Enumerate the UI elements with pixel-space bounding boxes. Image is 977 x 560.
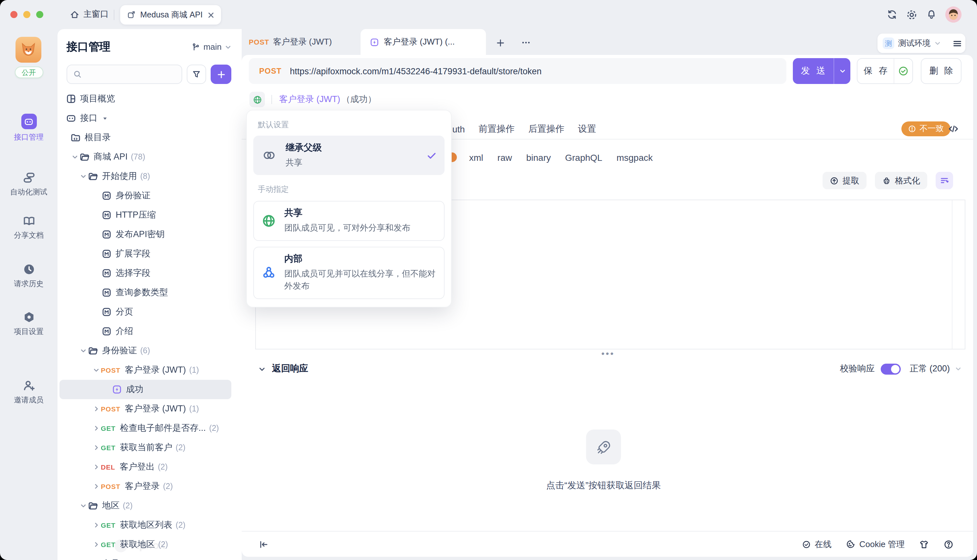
doc-tab-active[interactable]: 客户登录 (JWT) (... [360,29,486,55]
chevron-right-icon[interactable] [92,444,101,451]
config-tab[interactable]: uth [452,124,465,134]
environment-menu-button[interactable] [946,38,968,48]
tree-item-api[interactable]: POST客户登录 (JWT)(1) [60,360,231,380]
tree-item-root[interactable]: 根目录 [60,128,231,147]
chevron-down-icon[interactable] [79,347,88,354]
close-window-button[interactable] [10,11,17,18]
body-type-option[interactable]: GraphQL [565,152,602,162]
save-button[interactable]: 保 存 [857,58,913,84]
tree-item-api[interactable]: POST客户登录(2) [60,477,231,496]
tree-item-folder[interactable]: 商城 API(78) [60,147,231,167]
validate-response-toggle[interactable] [880,363,900,374]
settings-gear-icon[interactable] [906,9,917,20]
body-type-option[interactable]: xml [469,152,483,162]
rail-item-automated-testing[interactable]: 自动化测试 [0,171,58,197]
tree-item-doc[interactable]: 查询参数类型 [60,283,231,302]
cookie-manager[interactable]: Cookie 管理 [846,538,905,550]
tree-item-api[interactable]: GET获取地区(2) [60,535,231,554]
notifications-bell-icon[interactable] [926,9,937,20]
minimize-window-button[interactable] [23,11,30,18]
config-tab[interactable]: 前置操作 [478,123,515,135]
delete-button[interactable]: 删 除 [921,58,962,84]
branch-selector[interactable]: main [191,42,231,52]
tree-item-api[interactable]: GET获取地区列表(2) [60,515,231,535]
item-count: (2) [158,462,168,472]
theme-shirt-icon[interactable] [919,539,929,549]
body-type-option[interactable]: msgpack [617,152,653,162]
rail-item-request-history[interactable]: 请求历史 [0,263,58,289]
chevron-down-icon[interactable] [70,154,80,160]
split-drag-handle[interactable]: ••• [599,350,618,357]
popup-option-inherit[interactable]: 继承父级 共享 [253,136,445,175]
url-input[interactable]: POST https://apifoxmock.com/m1/4532246-4… [249,58,786,84]
send-button[interactable]: 发 送 [793,58,850,84]
filter-button[interactable] [187,65,206,84]
search-input[interactable] [86,70,176,79]
visibility-globe-icon[interactable] [249,92,265,107]
tree-item-case[interactable]: 成功 [60,380,231,399]
auto-format-toggle-button[interactable] [935,172,953,189]
code-view-icon[interactable] [948,123,959,134]
online-status[interactable]: 在线 [802,538,832,550]
caret-down-icon[interactable] [102,115,108,121]
chevron-right-icon[interactable] [92,541,101,548]
chevron-down-icon[interactable] [79,173,88,180]
body-type-option[interactable]: raw [498,152,512,162]
config-tab[interactable]: 后置操作 [528,123,564,135]
chevron-right-icon[interactable] [92,425,101,432]
tree-item-doc[interactable]: HTTP压缩 [60,205,231,225]
chevron-right-icon[interactable] [92,464,101,470]
config-tab[interactable]: 设置 [578,123,596,135]
tree-item-folder[interactable]: 身份验证(6) [60,341,231,360]
tree-item-api[interactable]: DEL客户登出(2) [60,457,231,477]
chevron-right-icon[interactable] [92,522,101,528]
inconsistent-badge[interactable]: 不一致 [901,122,950,136]
new-tab-button[interactable] [493,35,507,50]
rail-item-share-docs[interactable]: 分享文档 [0,215,58,240]
tree-item-folder[interactable]: 产品(6) [60,554,231,560]
saved-check-icon[interactable] [894,59,912,83]
collapse-sidebar-icon[interactable] [258,539,269,549]
project-tab[interactable]: Medusa 商城 API [120,5,221,25]
format-button[interactable]: 格式化 [875,172,927,189]
body-type-option[interactable]: binary [526,152,551,162]
refresh-icon[interactable] [887,9,897,20]
extract-button[interactable]: 提取 [823,172,867,189]
environment-dropdown[interactable]: 测 测试环境 [877,37,946,49]
tree-item-doc[interactable]: 介绍 [60,322,231,341]
tree-item-doc[interactable]: 选择字段 [60,263,231,283]
chevron-right-icon[interactable] [92,483,101,490]
chevron-down-icon[interactable] [79,503,88,509]
send-options-chevron-icon[interactable] [834,58,850,84]
tree-item-folder[interactable]: 地区(2) [60,496,231,515]
tree-item-doc[interactable]: 分页 [60,302,231,322]
chevron-down-icon[interactable] [92,367,101,373]
popup-option-internal[interactable]: 内部团队成员可见并可以在线分享，但不能对外发布 [253,247,445,299]
help-icon[interactable] [944,539,954,549]
tree-item-overview[interactable]: 项目概览 [60,89,231,108]
rail-item-project-settings[interactable]: 项目设置 [0,311,58,337]
tree-item-doc[interactable]: 身份验证 [60,186,231,205]
tree-item-api[interactable]: GET检查电子邮件是否存...(2) [60,418,231,438]
doc-link[interactable]: 客户登录 (JWT) [279,94,340,105]
user-avatar[interactable] [945,7,962,23]
tree-item-section[interactable]: 接口 [60,108,231,128]
rail-item-invite-members[interactable]: 邀请成员 [0,379,58,405]
response-status-selector[interactable]: 正常 (200) [909,363,962,375]
close-tab-icon[interactable] [207,11,214,18]
main-window-tab[interactable]: 主窗口 [70,8,108,20]
rail-item-api-management[interactable]: 接口管理 [0,114,58,142]
tree-item-api[interactable]: GET获取当前客户(2) [60,438,231,457]
tree-item-api[interactable]: POST客户登录 (JWT)(1) [60,399,231,418]
collapse-chevron-icon[interactable] [258,365,265,372]
tree-item-doc[interactable]: 发布API密钥 [60,225,231,244]
chevron-right-icon[interactable] [92,406,101,412]
doc-tab-inactive[interactable]: POST 客户登录 (JWT) [249,29,332,55]
popup-option-shared[interactable]: 共享团队成员可见，可对外分享和发布 [253,201,445,241]
more-tabs-button[interactable] [519,35,533,50]
tree-item-doc[interactable]: 扩展字段 [60,244,231,263]
add-api-button[interactable] [211,65,231,84]
tree-item-folder[interactable]: 开始使用(8) [60,167,231,186]
workspace-avatar[interactable] [15,37,42,63]
zoom-window-button[interactable] [36,11,43,18]
